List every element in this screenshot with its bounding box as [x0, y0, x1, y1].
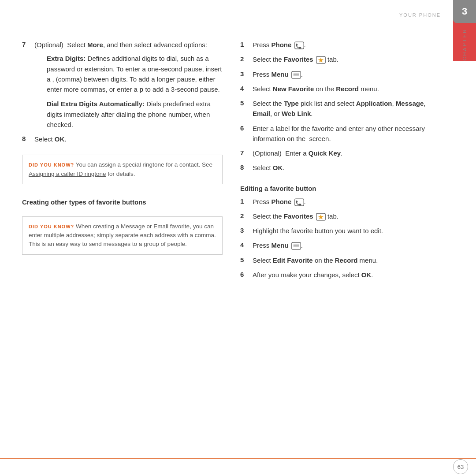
extra-digits-label: Extra Digits:	[47, 55, 86, 62]
right-item-number-2: 2	[240, 54, 247, 64]
edit-item-2-content: Select the Favorites tab.	[253, 211, 441, 221]
right-item-6-content: Enter a label for the favorite and enter…	[253, 123, 441, 144]
edit-item-2: 2 Select the Favorites tab.	[240, 211, 441, 221]
dial-extra-digits-label: Dial Extra Digits Automatically:	[47, 100, 145, 108]
did-you-know-1: DID YOU KNOW? You can assign a special r…	[22, 155, 223, 184]
phone-icon-2	[294, 198, 304, 206]
right-item-2-content: Select the Favorites tab.	[253, 54, 441, 64]
right-item-2: 2 Select the Favorites tab.	[240, 54, 441, 64]
edit-item-1-content: Press Phone .	[253, 197, 441, 207]
edit-item-number-3: 3	[240, 226, 247, 236]
editing-section-heading: Editing a favorite button	[240, 185, 441, 192]
right-column: 1 Press Phone . 2 Select the Favorites t…	[240, 40, 441, 450]
right-item-8: 8 Select OK.	[240, 163, 441, 173]
right-item-1: 1 Press Phone .	[240, 40, 441, 50]
section-label: YOUR PHONE	[399, 12, 441, 18]
edit-item-6-content: After you make your changes, select OK.	[253, 270, 441, 280]
item-7-content: (Optional) Select More, and then select …	[34, 40, 223, 130]
item-8-content: Select OK.	[34, 134, 223, 144]
right-item-number-8: 8	[240, 163, 247, 173]
right-item-number-7: 7	[240, 148, 247, 158]
dyk-label-2: DID YOU KNOW?	[29, 224, 74, 229]
main-content: 7 (Optional) Select More, and then selec…	[22, 40, 441, 450]
right-item-number-3: 3	[240, 69, 247, 79]
edit-item-6: 6 After you make your changes, select OK…	[240, 270, 441, 280]
right-item-1-content: Press Phone .	[253, 40, 441, 50]
edit-item-3-content: Highlight the favorite button you want t…	[253, 226, 441, 236]
star-icon-1	[316, 56, 326, 64]
edit-item-5-content: Select Edit Favorite on the Record menu.	[253, 255, 441, 265]
right-item-number-6: 6	[240, 123, 247, 144]
left-column: 7 (Optional) Select More, and then selec…	[22, 40, 223, 450]
right-item-number-4: 4	[240, 84, 247, 94]
bottom-bar: 63	[0, 458, 476, 476]
edit-item-4-content: Press Menu .	[253, 240, 441, 250]
menu-icon-1	[291, 71, 301, 79]
edit-item-number-5: 5	[240, 255, 247, 265]
chapter-tab: 3 CHAPTER	[453, 0, 476, 61]
dyk-link-1[interactable]: Assigning a caller ID ringtone	[29, 171, 106, 177]
item-number-8: 8	[22, 134, 29, 144]
page-number: 63	[453, 459, 468, 474]
right-item-8-content: Select OK.	[253, 163, 441, 173]
right-item-3: 3 Press Menu .	[240, 69, 441, 79]
chapter-label: CHAPTER	[462, 28, 467, 61]
left-item-8: 8 Select OK.	[22, 134, 223, 144]
right-item-4: 4 Select New Favorite on the Record menu…	[240, 84, 441, 94]
right-item-4-content: Select New Favorite on the Record menu.	[253, 84, 441, 94]
edit-item-number-2: 2	[240, 211, 247, 221]
dial-extra-digits-block: Dial Extra Digits Automatically: Dials p…	[47, 99, 223, 130]
edit-item-4: 4 Press Menu .	[240, 240, 441, 250]
right-item-3-content: Press Menu .	[253, 69, 441, 79]
edit-item-3: 3 Highlight the favorite button you want…	[240, 226, 441, 236]
edit-item-1: 1 Press Phone .	[240, 197, 441, 207]
edit-item-5: 5 Select Edit Favorite on the Record men…	[240, 255, 441, 265]
menu-icon-2	[291, 242, 301, 250]
edit-item-number-6: 6	[240, 270, 247, 280]
creating-section-heading: Creating other types of favorite buttons	[22, 198, 223, 206]
right-item-number-1: 1	[240, 40, 247, 50]
left-item-7: 7 (Optional) Select More, and then selec…	[22, 40, 223, 130]
right-item-6: 6 Enter a label for the favorite and ent…	[240, 123, 441, 144]
extra-digits-block: Extra Digits: Defines additional digits …	[47, 53, 223, 94]
right-item-7: 7 (Optional) Enter a Quick Key.	[240, 148, 441, 158]
right-item-7-content: (Optional) Enter a Quick Key.	[253, 148, 441, 158]
svg-marker-2	[318, 58, 324, 63]
star-icon-2	[316, 213, 326, 221]
edit-item-number-4: 4	[240, 240, 247, 250]
right-item-5: 5 Select the Type pick list and select A…	[240, 98, 441, 119]
edit-item-number-1: 1	[240, 197, 247, 207]
phone-icon-1	[294, 41, 304, 49]
dyk-label-1: DID YOU KNOW?	[29, 162, 74, 167]
right-item-5-content: Select the Type pick list and select App…	[253, 98, 441, 119]
did-you-know-2: DID YOU KNOW? When creating a Message or…	[22, 216, 223, 255]
svg-marker-9	[318, 214, 324, 219]
right-item-number-5: 5	[240, 98, 247, 119]
item-number-7: 7	[22, 40, 29, 130]
chapter-number: 3	[453, 0, 476, 23]
